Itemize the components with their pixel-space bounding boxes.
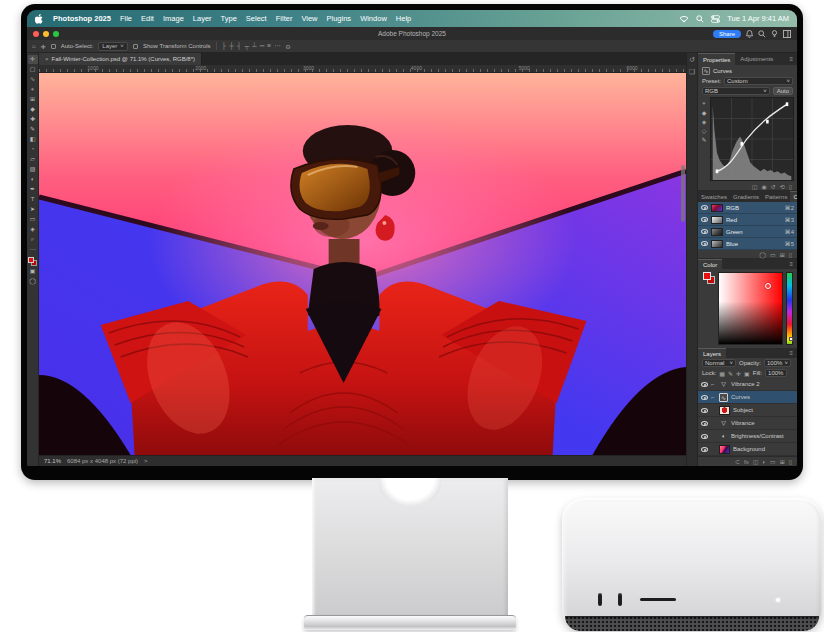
tab-color[interactable]: Color [698, 259, 722, 269]
brush-tool[interactable]: ✎ [28, 125, 38, 134]
visibility-eye-icon[interactable] [701, 382, 708, 387]
layer-row[interactable]: ▽ Vibrance [698, 417, 797, 430]
black-point-eyedropper-icon[interactable]: ◆ [702, 109, 707, 116]
panel-tab[interactable]: Channels [790, 191, 797, 202]
workspace-icon[interactable] [783, 30, 791, 38]
marquee-tool[interactable]: ▢ [28, 65, 38, 74]
clone-stamp-tool[interactable]: ◧ [28, 135, 38, 144]
menu-item[interactable]: View [301, 14, 317, 23]
panel-tab[interactable]: Properties [698, 53, 735, 65]
auto-select-dropdown[interactable]: Layer˅ [98, 42, 128, 51]
layer-row[interactable]: ⌐ ▽ Vibrance 2 [698, 378, 797, 391]
preset-dropdown[interactable]: Custom˅ [724, 77, 793, 85]
panel-tab[interactable]: Patterns [762, 191, 790, 202]
edit-toolbar-button[interactable]: ⋯ [28, 245, 38, 254]
close-window-button[interactable] [33, 31, 39, 37]
auto-select-checkbox[interactable] [51, 44, 56, 49]
curves-channel-dropdown[interactable]: RGB˅ [702, 87, 770, 95]
align-icon[interactable]: ═ [260, 42, 265, 50]
status-chevron-icon[interactable]: > [144, 458, 148, 464]
zoom-tool[interactable]: ⌕ [28, 235, 38, 244]
gray-point-eyedropper-icon[interactable]: ◈ [702, 118, 707, 125]
wifi-icon[interactable] [679, 15, 689, 23]
panel-tab[interactable]: Adjustments [735, 53, 778, 65]
app-search-icon[interactable] [758, 30, 766, 38]
channel-row[interactable]: RGB ⌘2 [698, 202, 797, 214]
lasso-tool[interactable]: ∿ [28, 75, 38, 84]
new-adjustment-layer-icon[interactable]: ◐ [762, 459, 766, 465]
menu-item[interactable]: Window [360, 14, 387, 23]
channel-row[interactable]: Green ⌘4 [698, 226, 797, 238]
align-icon[interactable]: ┴ [252, 42, 257, 50]
load-selection-icon[interactable]: ◯ [759, 251, 766, 258]
zoom-window-button[interactable] [53, 31, 59, 37]
menu-bar-clock[interactable]: Tue 1 Apr 9:41 AM [727, 14, 789, 23]
foreground-color-swatch[interactable] [28, 257, 34, 263]
color-swatches[interactable] [28, 257, 37, 266]
hue-slider[interactable] [786, 272, 793, 345]
visibility-eye-icon[interactable] [701, 229, 708, 234]
eyedropper-tool[interactable]: ◆ [28, 105, 38, 114]
delete-adjustment-icon[interactable]: ▯ [789, 183, 792, 190]
history-brush-tool[interactable]: ◔ [28, 145, 38, 154]
edit-curve-icon[interactable]: ✎ [701, 136, 706, 143]
menu-item[interactable]: Help [396, 14, 411, 23]
gradient-tool[interactable]: ▨ [28, 165, 38, 174]
layer-row[interactable]: Subject [698, 404, 797, 417]
lock-all-icon[interactable]: ▣ [744, 370, 750, 377]
delete-layer-icon[interactable]: ▯ [789, 458, 792, 465]
visibility-eye-icon[interactable] [701, 408, 708, 413]
channel-row[interactable]: Blue ⌘5 [698, 238, 797, 250]
save-selection-icon[interactable]: ▭ [770, 251, 776, 258]
align-icon[interactable]: ┤ [237, 42, 242, 50]
align-icon[interactable]: ≡ [267, 42, 271, 50]
discover-icon[interactable] [771, 30, 778, 38]
visibility-eye-icon[interactable] [701, 217, 708, 222]
menu-item[interactable]: Type [221, 14, 237, 23]
menu-item[interactable]: File [120, 14, 132, 23]
pen-tool[interactable]: ✒ [28, 185, 38, 194]
clip-adjustment-icon[interactable]: ◫ [752, 183, 758, 190]
tab-layers[interactable]: Layers [698, 348, 726, 358]
menu-item[interactable]: Image [163, 14, 184, 23]
targeted-adjustment-icon[interactable]: ⌖ [702, 100, 705, 107]
reset-adjustment-icon[interactable]: ↺ [771, 183, 776, 190]
blend-mode-dropdown[interactable]: Normal˅ [702, 359, 736, 367]
vertical-scrollbar[interactable] [681, 165, 685, 222]
workspace-options-icon[interactable]: ⊙ [286, 43, 291, 50]
panel-menu-icon[interactable]: ≡ [789, 348, 797, 358]
menu-item[interactable]: Plugins [327, 14, 352, 23]
menu-item[interactable]: Edit [141, 14, 154, 23]
screen-mode-button[interactable]: ◯ [28, 277, 38, 286]
lock-position-icon[interactable]: ✛ [736, 370, 741, 377]
close-tab-icon[interactable]: × [45, 56, 49, 62]
opacity-dropdown[interactable]: 100%˅ [764, 359, 791, 367]
menu-item[interactable]: Select [246, 14, 267, 23]
hand-tool[interactable]: ◈ [28, 225, 38, 234]
comments-panel-icon[interactable]: ❏ [689, 68, 695, 76]
document-canvas[interactable] [39, 73, 686, 455]
path-select-tool[interactable]: ➤ [28, 205, 38, 214]
align-icon[interactable]: ┬ [244, 42, 249, 50]
lock-transparency-icon[interactable]: ▦ [719, 370, 725, 377]
visibility-eye-icon[interactable] [701, 447, 708, 452]
align-icon[interactable]: ⋯ [274, 42, 281, 50]
previous-state-icon[interactable]: ⟲ [780, 183, 785, 190]
visibility-icon[interactable]: ◉ [761, 183, 766, 190]
color-swatches[interactable] [703, 272, 715, 284]
visibility-eye-icon[interactable] [701, 434, 708, 439]
delete-channel-icon[interactable]: ▯ [789, 251, 792, 258]
transform-controls-checkbox[interactable] [133, 44, 138, 49]
hue-knob[interactable] [789, 337, 793, 341]
crop-tool[interactable]: ⊞ [28, 95, 38, 104]
visibility-eye-icon[interactable] [701, 421, 708, 426]
minimize-window-button[interactable] [43, 31, 49, 37]
foreground-color-swatch[interactable] [703, 272, 711, 280]
saturation-brightness-picker[interactable] [718, 272, 783, 345]
object-selection-tool[interactable]: ⌖ [28, 85, 38, 94]
dodge-tool[interactable]: ◐ [28, 175, 38, 184]
search-icon[interactable] [696, 15, 704, 23]
menu-item[interactable]: Photoshop 2025 [53, 14, 111, 23]
add-layer-mask-icon[interactable]: ◫ [753, 458, 759, 465]
white-point-eyedropper-icon[interactable]: ◇ [702, 127, 707, 134]
